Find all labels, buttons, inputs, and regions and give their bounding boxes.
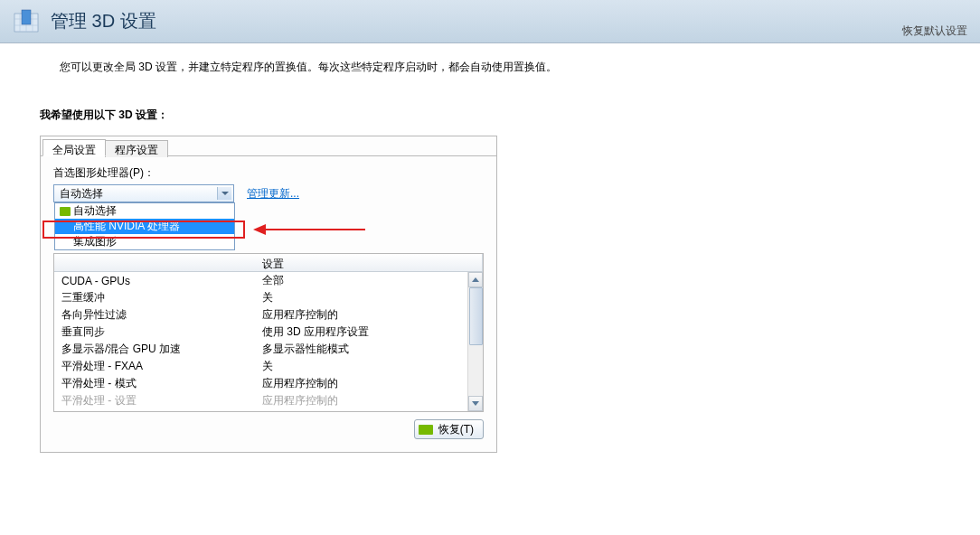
table-row[interactable]: 平滑处理 - 设置应用程序控制的 [54, 392, 483, 409]
grid-body: CUDA - GPUs全部三重缓冲关各向异性过滤应用程序控制的垂直同步使用 3D… [54, 272, 483, 411]
nvidia-icon [59, 206, 71, 217]
dropdown-option-auto[interactable]: 自动选择 [55, 203, 234, 219]
cell-setting: 关 [255, 290, 483, 305]
cell-feature: 平滑处理 - 透明度 [54, 410, 255, 411]
gpu-dropdown-list: 自动选择 高性能 NVIDIA 处理器 集成图形 [54, 202, 235, 250]
blank-icon [59, 221, 71, 232]
cell-feature: 多显示器/混合 GPU 加速 [54, 342, 255, 357]
section-title: 我希望使用以下 3D 设置： [0, 75, 980, 123]
cell-feature: 垂直同步 [54, 324, 255, 340]
cell-setting: 多显示器性能模式 [255, 342, 483, 357]
dropdown-option-nvidia[interactable]: 高性能 NVIDIA 处理器 [55, 219, 234, 234]
tab-global[interactable]: 全局设置 [42, 139, 106, 156]
table-row[interactable]: 垂直同步使用 3D 应用程序设置 [54, 324, 483, 341]
footer-row: 恢复(T) [53, 412, 484, 439]
table-row[interactable]: 平滑处理 - FXAA关 [54, 358, 483, 375]
cell-setting: 使用 3D 应用程序设置 [255, 324, 483, 340]
tab-row: 全局设置 程序设置 [41, 136, 496, 156]
gpu-dropdown-row: 自动选择 自动选择 高性能 NVIDIA 处理器 集成图形 [53, 184, 484, 202]
cell-feature: CUDA - GPUs [54, 275, 255, 287]
dropdown-option-integrated[interactable]: 集成图形 [55, 234, 234, 249]
header-bar: 管理 3D 设置 恢复默认设置 [0, 0, 980, 43]
cell-feature: 平滑处理 - 模式 [54, 376, 255, 391]
cell-setting: 全部 [255, 273, 483, 288]
col-setting-header[interactable]: 设置 [255, 254, 483, 271]
cell-feature: 三重缓冲 [54, 290, 255, 305]
grid-header: 功能 设置 [54, 254, 483, 272]
restore-defaults-link[interactable]: 恢复默认设置 [902, 23, 967, 39]
table-row[interactable]: 多显示器/混合 GPU 加速多显示器性能模式 [54, 341, 483, 358]
chevron-down-icon [217, 187, 231, 200]
svg-rect-6 [22, 10, 31, 24]
cell-feature: 平滑处理 - FXAA [54, 359, 255, 374]
nvidia-icon [419, 425, 433, 435]
gpu-selector-label: 首选图形处理器(P)： [53, 165, 484, 181]
scrollbar[interactable] [467, 272, 483, 411]
cell-feature: 各向异性过滤 [54, 307, 255, 323]
cell-setting: 应用程序控制的 [255, 376, 483, 391]
restore-button[interactable]: 恢复(T) [414, 419, 484, 439]
cell-setting: 应用程序控制的 [255, 307, 483, 323]
settings-panel: 全局设置 程序设置 首选图形处理器(P)： 自动选择 自动选择 高性能 NVID… [40, 136, 497, 453]
cell-setting: 关 [255, 359, 483, 374]
manage-updates-link[interactable]: 管理更新... [247, 186, 299, 202]
restore-button-label: 恢复(T) [438, 422, 474, 437]
tab-program[interactable]: 程序设置 [105, 140, 168, 157]
gpu-dropdown-selected: 自动选择 [60, 186, 103, 202]
gpu-dropdown[interactable]: 自动选择 自动选择 高性能 NVIDIA 处理器 集成图形 [53, 184, 234, 202]
table-row[interactable]: 各向异性过滤应用程序控制的 [54, 306, 483, 324]
settings-3d-icon [13, 8, 40, 35]
scrollbar-up-button[interactable] [468, 272, 483, 287]
blank-icon [59, 237, 71, 248]
panel-body: 首选图形处理器(P)： 自动选择 自动选择 高性能 NVIDIA 处理器 [41, 156, 496, 452]
page-title: 管理 3D 设置 [51, 9, 156, 33]
intro-text: 您可以更改全局 3D 设置，并建立特定程序的置换值。每次这些特定程序启动时，都会… [0, 43, 980, 75]
cell-feature: 平滑处理 - 设置 [54, 393, 255, 408]
table-row[interactable]: CUDA - GPUs全部 [54, 272, 483, 289]
scrollbar-down-button[interactable] [468, 396, 483, 411]
cell-setting: 关 [255, 410, 483, 411]
cell-setting: 应用程序控制的 [255, 393, 483, 408]
table-row[interactable]: 平滑处理 - 透明度关 [54, 409, 483, 411]
scrollbar-thumb[interactable] [469, 287, 483, 345]
table-row[interactable]: 三重缓冲关 [54, 289, 483, 306]
table-row[interactable]: 平滑处理 - 模式应用程序控制的 [54, 375, 483, 392]
settings-grid: 功能 设置 CUDA - GPUs全部三重缓冲关各向异性过滤应用程序控制的垂直同… [53, 253, 484, 412]
